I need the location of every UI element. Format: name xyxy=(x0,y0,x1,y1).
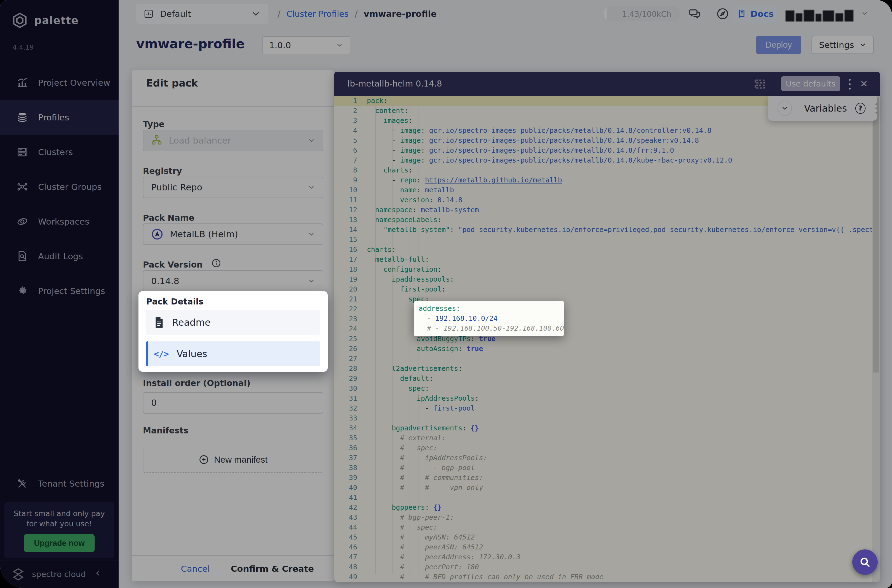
modal-dim-overlay xyxy=(0,0,892,588)
readme-doc-icon xyxy=(154,316,164,329)
support-search-fab[interactable] xyxy=(852,549,878,575)
app-root: palette 4.4.19 Project OverviewProfilesC… xyxy=(0,0,892,588)
magnifier-icon xyxy=(859,556,871,568)
spotlight-code: addresses: - 192.168.10.0/24 # - 192.168… xyxy=(419,304,564,333)
addresses-spotlight: addresses: - 192.168.10.0/24 # - 192.168… xyxy=(414,301,564,336)
pack-details-popup: Pack Details Readme </> Values xyxy=(138,291,328,372)
pack-details-values[interactable]: </> Values xyxy=(146,341,320,366)
pack-details-readme[interactable]: Readme xyxy=(146,310,320,335)
code-icon: </> xyxy=(154,349,169,359)
pack-details-title: Pack Details xyxy=(146,297,203,306)
values-label: Values xyxy=(176,348,207,359)
readme-label: Readme xyxy=(172,317,211,328)
